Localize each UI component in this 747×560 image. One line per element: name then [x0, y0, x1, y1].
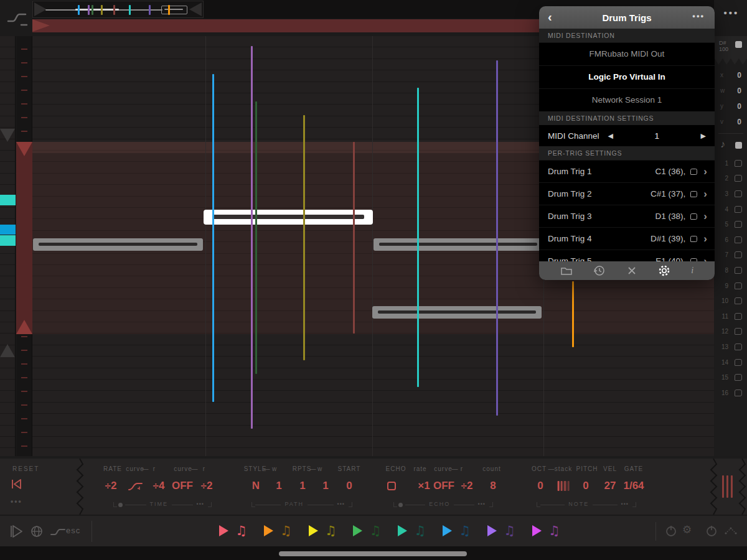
network-nodes-icon[interactable] [723, 526, 738, 536]
trig-step-row[interactable]: 5 [715, 217, 747, 232]
track-play-button[interactable] [532, 525, 542, 536]
settings-gear-icon[interactable] [658, 264, 670, 277]
path-options-dots[interactable]: ••• [337, 502, 345, 507]
param-echo-curve-value[interactable]: OFF [433, 480, 454, 492]
drum-trig-row[interactable]: Drum Trig 2 C#1 (37), › [539, 182, 715, 205]
track-note-icon[interactable]: ♫ [548, 523, 560, 538]
midi-destination-option[interactable]: FMRubato MIDI Out [539, 42, 715, 65]
trig-step-row[interactable]: 9 [715, 278, 747, 294]
step-toggle[interactable] [735, 206, 742, 213]
channel-decrement-button[interactable]: ◀ [608, 132, 613, 140]
ramp-icon[interactable] [50, 526, 66, 538]
power2-icon[interactable] [705, 525, 718, 537]
folder-icon[interactable] [560, 266, 573, 276]
echo-enable-checkbox[interactable] [387, 482, 396, 490]
esc-button[interactable]: esc [66, 526, 80, 535]
midi-destination-option[interactable]: Logic Pro Virtual In [539, 65, 715, 88]
track-note-icon[interactable]: ♫ [504, 523, 515, 538]
track-play-button[interactable] [353, 525, 362, 536]
track-play-button[interactable] [219, 525, 228, 536]
param-oct-value[interactable]: 0 [537, 480, 543, 492]
velocity-lines-icon[interactable] [722, 475, 733, 498]
step-toggle[interactable] [735, 175, 742, 182]
close-icon[interactable] [627, 266, 637, 276]
time-enable-dot[interactable] [118, 503, 123, 507]
param-style-value[interactable]: N [252, 480, 260, 492]
step-toggle[interactable] [735, 251, 742, 258]
step-toggle[interactable] [735, 221, 742, 228]
oct-stack-icon[interactable] [558, 481, 570, 491]
param-vel-value[interactable]: 27 [604, 480, 616, 492]
info-icon[interactable]: i [691, 266, 693, 276]
trig-step-row[interactable]: 16 [715, 385, 747, 401]
track-note-icon[interactable]: ♫ [280, 523, 292, 538]
trig-step-row[interactable]: 6 [715, 232, 747, 248]
trig-step-row[interactable]: 1 [715, 156, 747, 171]
note-bar[interactable] [372, 306, 542, 319]
overview-right-handle[interactable] [189, 2, 202, 16]
param-pitch-value[interactable]: 0 [583, 480, 588, 492]
echo-enable-dot[interactable] [398, 503, 403, 507]
pitch-range-bottom-handle[interactable] [0, 344, 15, 357]
drum-trig-row[interactable]: Drum Trig 1 C1 (36), › [539, 160, 715, 182]
overview-left-handle[interactable] [34, 2, 47, 16]
drum-trig-row[interactable]: Drum Trig 4 D#1 (39), › [539, 227, 715, 250]
track-play-button[interactable] [443, 525, 452, 536]
globe-icon[interactable] [31, 525, 43, 538]
ramp-curve-icon[interactable] [6, 7, 30, 30]
time-options-dots[interactable]: ••• [197, 502, 204, 507]
trig-step-row[interactable]: 8 [715, 263, 747, 278]
trig-step-row[interactable]: 2 [715, 171, 747, 187]
param-echo-r-value[interactable]: ÷2 [461, 480, 473, 492]
note-bar[interactable] [374, 238, 543, 251]
trig-step-row[interactable]: 12 [715, 324, 747, 340]
step-toggle[interactable] [735, 313, 742, 320]
skip-to-start-icon[interactable] [10, 478, 24, 490]
param-style-w-value[interactable]: 1 [276, 480, 281, 492]
history-icon[interactable] [593, 264, 606, 277]
playhead-marker[interactable] [32, 19, 50, 32]
trig-step-row[interactable]: 4 [715, 202, 747, 217]
param-rate-value[interactable]: ÷2 [105, 480, 117, 492]
track-play-button[interactable] [264, 525, 273, 536]
trig-step-row[interactable]: 10 [715, 293, 747, 309]
param-rpts-w-value[interactable]: 1 [322, 480, 328, 492]
param-echo-count-value[interactable]: 8 [490, 480, 496, 492]
note-bar[interactable] [33, 238, 203, 251]
midi-destination-option[interactable]: Network Session 1 [539, 88, 715, 111]
param-gate-value[interactable]: 1/64 [623, 480, 644, 492]
param-r2-value[interactable]: ÷2 [201, 480, 213, 492]
range-bottom-triangle[interactable] [16, 320, 32, 334]
step-toggle[interactable] [735, 282, 742, 289]
horizontal-scrollbar[interactable] [279, 551, 467, 556]
clef-row[interactable]: ♪ [715, 138, 747, 154]
track-note-icon[interactable]: ♫ [325, 523, 337, 538]
param-rate2-value[interactable]: ÷4 [153, 480, 165, 492]
play-outline-icon[interactable] [10, 524, 24, 539]
track-play-button[interactable] [487, 525, 497, 536]
track-note-icon[interactable]: ♫ [459, 523, 471, 538]
back-chevron-icon[interactable]: ‹ [548, 10, 552, 24]
pitch-ruler[interactable] [0, 36, 16, 456]
note-toggle-filled[interactable] [735, 41, 742, 48]
step-toggle[interactable] [735, 374, 742, 381]
param-curve2-value[interactable]: OFF [172, 480, 193, 492]
step-toggle[interactable] [735, 359, 742, 366]
drum-trig-row[interactable]: Drum Trig 3 D1 (38), › [539, 205, 715, 227]
gear-icon[interactable]: ⚙ [682, 523, 692, 536]
transport-options-dots[interactable]: ••• [11, 497, 22, 506]
clef-toggle-filled[interactable] [735, 142, 742, 149]
trig-step-row[interactable]: 11 [715, 309, 747, 324]
step-toggle[interactable] [735, 160, 742, 167]
track-note-icon[interactable]: ♫ [369, 523, 381, 538]
trig-step-row[interactable]: 3 [715, 186, 747, 202]
channel-increment-button[interactable]: ▶ [701, 132, 706, 140]
echo-options-dots[interactable]: ••• [478, 502, 486, 507]
trig-step-row[interactable]: 14 [715, 355, 747, 370]
track-note-icon[interactable]: ♫ [235, 523, 247, 538]
rate-curve-icon[interactable] [128, 481, 144, 492]
step-toggle[interactable] [735, 328, 742, 335]
power-icon[interactable] [665, 525, 677, 537]
note-options-dots[interactable]: ••• [621, 502, 629, 507]
selected-note-bar[interactable] [204, 210, 373, 225]
